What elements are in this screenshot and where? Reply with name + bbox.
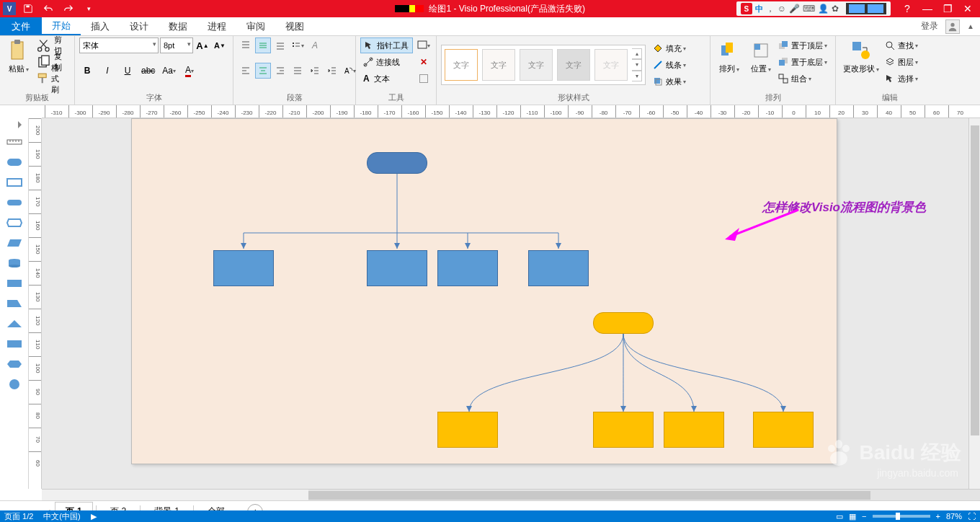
qat-customize[interactable]: ▾ [81,1,97,17]
restore-button[interactable]: ❐ [938,1,957,17]
stencil-display[interactable] [6,216,23,229]
font-size-combo[interactable]: 8pt [160,37,193,53]
macro-record-icon[interactable]: ▶ [91,512,97,521]
stencil-trapezoid[interactable] [6,297,23,310]
underline-button[interactable]: U [120,63,135,79]
gallery-scroll-down[interactable]: ▾ [632,59,642,70]
shape-terminator-gold[interactable] [593,312,654,334]
stencil-rect-blue2[interactable] [6,337,23,350]
layer-button[interactable]: 图层 [885,54,918,70]
collapse-ribbon-icon[interactable]: ▲ [967,22,974,30]
gallery-scroll-up[interactable]: ▴ [632,48,642,59]
strikethrough-button[interactable]: abc [140,63,156,79]
stencil-rect-outline[interactable] [6,176,23,189]
bold-button[interactable]: B [79,63,95,79]
status-page[interactable]: 页面 1/2 [4,511,33,522]
align-middle-button[interactable] [255,37,271,53]
decrease-indent-button[interactable] [307,63,323,79]
status-language[interactable]: 中文(中国) [43,511,80,522]
paste-button[interactable]: 粘贴 [4,37,33,76]
stencil-ruler-icon[interactable] [6,136,23,149]
zoom-out-button[interactable]: − [862,512,866,521]
find-button[interactable]: 查找 [885,37,918,53]
align-bottom-button[interactable] [272,37,288,53]
select-button[interactable]: 选择 [885,71,918,87]
italic-button[interactable]: I [99,63,115,79]
send-back-button[interactable]: 置于底层 [778,54,827,70]
style-item[interactable]: 文字 [594,49,628,81]
qat-undo[interactable] [40,1,56,17]
tab-process[interactable]: 进程 [197,17,236,35]
shape-process-blue[interactable] [437,250,498,286]
stencil-parallelogram[interactable] [6,236,23,249]
minimize-button[interactable]: — [918,1,937,17]
gallery-expand[interactable]: ▾ [632,71,642,81]
fit-window-icon[interactable]: ⛶ [968,512,976,521]
change-shape-button[interactable]: 更改形状 [840,37,882,76]
zoom-level[interactable]: 87% [946,512,962,521]
stencil-circle[interactable] [6,378,23,391]
ime-punct-icon[interactable]: ， [766,3,775,15]
grow-font-button[interactable]: A▲ [195,37,210,53]
tab-insert[interactable]: 插入 [81,17,120,35]
help-button[interactable]: ? [898,1,917,17]
tab-review[interactable]: 审阅 [236,17,275,35]
group-button[interactable]: 组合 [778,71,827,87]
shape-process-blue[interactable] [367,250,427,286]
effect-button[interactable]: 效果 [653,74,686,89]
ime-user-icon[interactable]: 👤 [818,4,829,14]
close-button[interactable]: ✕ [958,1,977,17]
zoom-slider[interactable] [873,515,930,518]
tab-file[interactable]: 文件 [0,17,42,35]
ime-emoji-icon[interactable]: ☺ [778,4,786,14]
rotate-text-button[interactable]: A [342,63,357,79]
ime-settings-icon[interactable]: ✿ [832,4,839,14]
style-item[interactable]: 文字 [520,49,553,81]
ime-lang[interactable]: 中 [755,4,763,14]
ime-toolbar[interactable]: S 中 ， ☺ 🎤 ⌨ 👤 ✿ [736,1,891,16]
qat-redo[interactable] [61,1,76,17]
format-painter-button[interactable]: 格式刷 [36,71,63,87]
canvas[interactable]: 怎样修改Visio流程图的背景色 Baidu 经验 jingyan.baidu.… [42,118,968,489]
connector-tool-button[interactable]: 连接线 [360,54,413,70]
expand-shapes-icon[interactable] [18,121,25,128]
shrink-font-button[interactable]: A▼ [212,37,228,53]
increase-indent-button[interactable] [324,63,340,79]
tab-data[interactable]: 数据 [159,17,197,35]
stencil-triangle[interactable] [6,317,23,330]
stencil-pill-blue[interactable] [6,196,23,209]
justify-button[interactable] [290,63,306,79]
view-normal-icon[interactable]: ▦ [849,512,856,521]
ime-mic-icon[interactable]: 🎤 [789,4,800,14]
stencil-hexagon[interactable] [6,358,23,371]
shape-style-gallery[interactable]: 文字 文字 文字 文字 文字 ▴ ▾ ▾ [441,45,646,85]
tools-dialog-launcher[interactable] [416,71,432,87]
drawing-page[interactable] [131,118,837,464]
style-item[interactable]: 文字 [445,49,478,81]
line-button[interactable]: 线条 [653,57,686,73]
tab-design[interactable]: 设计 [120,17,159,35]
shape-process-gold[interactable] [593,412,654,448]
align-top-button[interactable] [238,37,254,53]
position-button[interactable]: 位置 [747,37,775,76]
font-color-button[interactable]: A [182,63,197,79]
stencil-rounded-blue[interactable] [6,156,23,169]
tab-view[interactable]: 视图 [275,17,314,35]
shape-process-gold[interactable] [664,412,724,448]
stencil-cylinder[interactable] [6,257,23,270]
change-case-button[interactable]: Aa [161,63,177,79]
pointer-tool-button[interactable]: 指针工具 [360,37,413,53]
rectangle-tool-button[interactable] [416,37,432,53]
horizontal-scrollbar[interactable] [42,489,980,500]
shape-process-blue[interactable] [213,250,274,286]
clear-format-button[interactable]: A [307,37,323,53]
tab-home[interactable]: 开始 [42,17,81,35]
shape-process-gold[interactable] [753,412,814,448]
task-switcher[interactable] [846,3,886,14]
text-tool-button[interactable]: A文本 [360,71,413,87]
stencil-rect-blue[interactable] [6,277,23,290]
connection-point-button[interactable]: ✕ [416,54,432,70]
qat-save[interactable] [20,1,36,17]
zoom-in-button[interactable]: + [936,512,940,521]
user-avatar[interactable] [945,19,960,34]
